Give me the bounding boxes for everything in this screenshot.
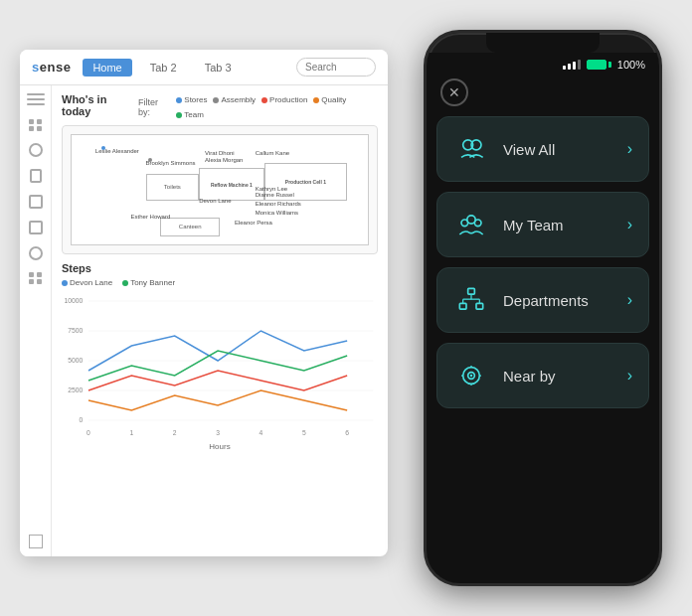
steps-title: Steps <box>62 262 378 274</box>
battery-percentage: 100% <box>617 59 645 71</box>
floor-plan: Toilets Reflow Machine 1 Production Cell… <box>62 125 378 254</box>
my-team-icon <box>453 207 489 242</box>
whos-in-title: Who's in today <box>62 93 138 117</box>
svg-text:1: 1 <box>129 429 133 436</box>
document-icon[interactable] <box>30 169 42 183</box>
svg-point-31 <box>470 375 473 378</box>
tab-home[interactable]: Home <box>83 59 131 77</box>
filter-row: Who's in today Filter by: Stores Assembl… <box>62 93 378 121</box>
person-brooklyn: Brooklyn Simmons <box>146 160 196 166</box>
person-alexia: Alexia Morgan <box>205 157 243 163</box>
app-main: Who's in today Filter by: Stores Assembl… <box>52 85 388 556</box>
signal-bar-2 <box>568 64 571 70</box>
menu-item-departments[interactable]: Departments › <box>436 267 649 333</box>
svg-text:6: 6 <box>345 429 349 436</box>
hamburger-icon[interactable] <box>27 93 45 107</box>
legend-team: Team <box>176 110 204 119</box>
mobile-screen: 100% ✕ View All › <box>427 53 659 563</box>
svg-text:0: 0 <box>86 429 90 436</box>
legend-tony: Tony Banner <box>122 278 175 287</box>
svg-text:3: 3 <box>216 429 220 436</box>
mobile-device: 100% ✕ View All › <box>424 30 662 586</box>
legend-quality: Quality <box>313 95 346 104</box>
svg-text:4: 4 <box>260 429 263 436</box>
edit-icon[interactable] <box>29 535 43 548</box>
departments-label: Departments <box>503 292 613 309</box>
steps-section: Steps Devon Lane Tony Banner 10000 <box>62 262 378 451</box>
device-bottom <box>427 563 659 583</box>
signal-bar-3 <box>573 62 576 70</box>
svg-text:5000: 5000 <box>68 357 83 364</box>
svg-rect-23 <box>459 303 466 309</box>
person-eleanor: Eleanor Richards <box>256 201 301 207</box>
legend-production: Production <box>261 95 307 104</box>
search-input[interactable] <box>296 58 376 77</box>
departments-chevron: › <box>627 291 632 309</box>
signal-bars <box>563 60 581 70</box>
my-team-chevron: › <box>627 216 632 233</box>
legend-assembly: Assembly <box>213 95 256 104</box>
gear-icon[interactable] <box>29 246 43 260</box>
menu-item-my-team[interactable]: My Team › <box>436 192 649 257</box>
svg-text:0: 0 <box>79 416 83 423</box>
legend: Stores Assembly Production Quality <box>176 95 378 119</box>
person-monica: Monica Williams <box>256 210 298 216</box>
filter-label: Filter by: <box>138 97 172 117</box>
signal-bar-1 <box>563 66 566 70</box>
person-eleanor-p: Eleanor Persa <box>235 220 272 226</box>
menu-item-view-all[interactable]: View All › <box>436 116 649 182</box>
signal-bar-4 <box>578 60 581 70</box>
svg-point-20 <box>461 220 468 227</box>
desktop-app: sense Home Tab 2 Tab 3 <box>20 50 388 556</box>
svg-rect-24 <box>476 303 483 309</box>
chart-legend: Devon Lane Tony Banner <box>62 278 378 287</box>
x-axis-label: Hours <box>62 442 378 451</box>
svg-text:5: 5 <box>302 429 306 436</box>
app-tabs: Home Tab 2 Tab 3 <box>83 59 284 77</box>
close-row: ✕ <box>427 75 659 116</box>
person-kathryn: Kathryn Lee <box>256 186 287 192</box>
person-callum: Callum Kane <box>256 150 289 156</box>
person-icon[interactable] <box>29 143 43 157</box>
svg-text:2: 2 <box>173 429 177 436</box>
app-topbar: sense Home Tab 2 Tab 3 <box>20 50 388 85</box>
close-button[interactable]: ✕ <box>440 78 468 106</box>
my-team-label: My Team <box>503 217 613 233</box>
tab-3[interactable]: Tab 3 <box>195 59 242 77</box>
canteen-room: Canteen <box>160 218 220 237</box>
svg-point-21 <box>474 220 481 227</box>
person-virat: Virat Dhoni <box>205 150 235 156</box>
person-devon: Devon Lane <box>199 198 231 204</box>
person-esther: Esther Howard <box>131 214 171 220</box>
tab-2[interactable]: Tab 2 <box>140 59 187 77</box>
battery-tip <box>608 62 611 68</box>
legend-devon: Devon Lane <box>62 278 112 287</box>
toilets-room: Toilets <box>146 174 200 202</box>
device-notch <box>486 33 600 53</box>
floor-plan-inner: Toilets Reflow Machine 1 Production Cell… <box>71 134 369 245</box>
battery-icon <box>587 60 611 70</box>
person-dianne: Dianne Russel <box>256 192 294 198</box>
svg-text:7500: 7500 <box>68 327 83 334</box>
steps-chart: 10000 7500 5000 2500 0 <box>62 291 378 440</box>
dot-leslie <box>101 146 105 150</box>
legend-stores: Stores <box>176 95 207 104</box>
grid-icon[interactable] <box>29 119 43 131</box>
view-all-chevron: › <box>627 140 632 158</box>
battery-body <box>587 60 606 70</box>
chart-svg: 10000 7500 5000 2500 0 <box>62 291 378 440</box>
list-icon[interactable] <box>29 221 43 234</box>
menu-item-nearby[interactable]: Near by › <box>436 343 649 408</box>
apps-icon[interactable] <box>29 272 43 284</box>
svg-rect-22 <box>468 288 475 294</box>
app-body: Who's in today Filter by: Stores Assembl… <box>20 85 388 556</box>
view-all-icon <box>453 131 489 167</box>
svg-text:2500: 2500 <box>68 386 83 393</box>
app-logo: sense <box>32 60 71 75</box>
svg-text:10000: 10000 <box>64 297 83 304</box>
departments-icon <box>453 282 489 318</box>
app-sidebar <box>20 85 52 556</box>
badge-icon[interactable] <box>29 195 43 209</box>
view-all-label: View All <box>503 141 613 158</box>
nearby-chevron: › <box>627 367 632 385</box>
